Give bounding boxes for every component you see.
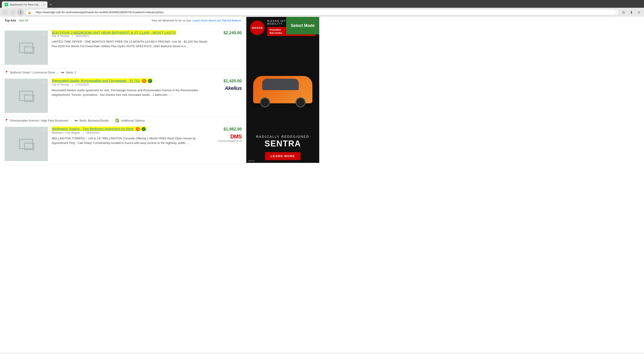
bed-icon: 🛏 bbox=[74, 118, 78, 122]
listing-footer: 📍 Bathurst Street / Lonsmount Drive | 🛏 … bbox=[4, 69, 242, 75]
x-tag: ✕ bbox=[142, 79, 146, 83]
listing-price: $2,245.00 bbox=[214, 30, 242, 37]
menu-button[interactable]: ≡ bbox=[636, 9, 642, 16]
listing-title[interactable]: BOUTIQUE 2-BEDROOM UNIT NEAR BATHURST & … bbox=[52, 30, 176, 35]
location-icon: 📍 bbox=[4, 70, 8, 74]
legal-text: LEGAL bbox=[248, 160, 255, 162]
main-content: Top Ads See All Your ad deserves to be o… bbox=[0, 17, 246, 353]
bed-icon: 🛏 bbox=[61, 70, 64, 74]
nissan-cta-button[interactable]: LEARN MORE bbox=[265, 152, 300, 160]
kijiji-favicon: K bbox=[4, 3, 8, 6]
listing-card: ♡ Wellington Towers - Two Bedroom Apartm… bbox=[4, 123, 242, 165]
car-wheel-left bbox=[260, 98, 270, 108]
listing-meta: City of Toronto | 18/02/2021 bbox=[52, 34, 211, 38]
see-all-link[interactable]: See All bbox=[19, 19, 28, 22]
select-mode-button[interactable]: Select Mode bbox=[286, 17, 319, 34]
image-placeholder bbox=[20, 139, 33, 149]
listing-description: LIMITED TIME OFFER - ONE MONTH'S RENT FR… bbox=[52, 40, 211, 48]
address-bar[interactable] bbox=[32, 9, 616, 16]
image-rect-outer bbox=[20, 139, 33, 149]
car-window bbox=[262, 79, 299, 90]
favorite-button[interactable]: ♡ bbox=[42, 129, 46, 134]
address-bar-wrapper: 🔒 bbox=[25, 9, 619, 16]
listing-body: Wellington Towers - Two Bedroom Apartmen… bbox=[52, 127, 211, 145]
listing-meta: City of Toronto | 17/02/2021 bbox=[52, 83, 211, 86]
verified-icon: ✅ bbox=[115, 118, 119, 122]
listing-meta: Markham / York Region | 08/02/2021 bbox=[52, 131, 211, 134]
company-logo: Akelius bbox=[214, 85, 242, 91]
back-button[interactable]: ← bbox=[2, 9, 8, 16]
top-bar-promo: Your ad deserves to be on top. Learn mor… bbox=[152, 19, 242, 22]
download-button[interactable]: ⬇ bbox=[628, 9, 634, 16]
listing-image: ♡ bbox=[4, 127, 48, 161]
info-button[interactable]: ℹ bbox=[17, 9, 24, 16]
listing-body: BOUTIQUE 2-BEDROOM UNIT NEAR BATHURST & … bbox=[52, 30, 211, 48]
tab-close-button[interactable]: ✕ bbox=[43, 3, 45, 6]
top-bar: Top Ads See All Your ad deserves to be o… bbox=[4, 17, 242, 24]
listing-description: Renovated Akelius studio apartment for r… bbox=[52, 88, 211, 97]
car-body bbox=[253, 76, 312, 103]
location-icon: 📍 bbox=[4, 118, 8, 122]
nissan-advertisement: NISSAN NISSAN INTELLIGENT MOBILITY Innov… bbox=[246, 17, 319, 163]
page-wrapper: Top Ads See All Your ad deserves to be o… bbox=[0, 17, 644, 353]
check-tag: ✓ bbox=[148, 79, 152, 83]
image-rect-inner bbox=[24, 95, 34, 102]
browser-toolbar: ← → ℹ 🔒 ↻ ⬇ ≡ bbox=[0, 8, 644, 17]
listing-price: $1,425.00 Akelius bbox=[214, 79, 242, 91]
additional-options[interactable]: Additional Options bbox=[121, 119, 145, 122]
favorite-button[interactable]: ♡ bbox=[42, 80, 46, 86]
listing-title[interactable]: Renovated Studio, Roncesvalles and Ferma… bbox=[52, 78, 152, 83]
listing-description: WELLINGTON TOWERS – 145 & 147 WELLINGTON… bbox=[52, 136, 211, 145]
price-value: $1,982.00 bbox=[214, 127, 242, 132]
listing-image: ♡ bbox=[4, 79, 48, 113]
top-ads-label: Top Ads bbox=[4, 19, 16, 22]
redesigned-text: RADICALLY REDESIGNED bbox=[250, 135, 316, 138]
image-rect-inner bbox=[24, 143, 34, 150]
listing-image: ♡ bbox=[4, 30, 48, 65]
learn-more-link[interactable]: Learn more about our Top Ad feature. bbox=[192, 19, 242, 22]
favorite-button[interactable]: ♡ bbox=[42, 32, 46, 38]
new-tab-button[interactable]: + bbox=[48, 2, 54, 8]
listing-title[interactable]: Wellington Towers - Two Bedroom Apartmen… bbox=[52, 126, 146, 131]
x-tag: ✕ bbox=[136, 127, 140, 131]
listing-body: Renovated Studio, Roncesvalles and Ferma… bbox=[52, 79, 211, 97]
browser-chrome: K Apartments For Rent | Kijiji in Ont...… bbox=[0, 0, 644, 8]
image-rect-inner bbox=[24, 46, 34, 54]
browser-tabs: K Apartments For Rent | Kijiji in Ont...… bbox=[2, 1, 642, 8]
browser-tab-active[interactable]: K Apartments For Rent | Kijiji in Ont...… bbox=[2, 1, 48, 8]
car-visual bbox=[246, 39, 319, 131]
listing-card: ♡ Renovated Studio, Roncesvalles and Fer… bbox=[4, 75, 242, 117]
sidebar-ad: Select Mode NISSAN NISSAN INTELLIGENT MO… bbox=[246, 17, 319, 353]
akelius-logo: Akelius bbox=[224, 85, 242, 91]
price-value: $1,425.00 bbox=[214, 79, 242, 84]
image-placeholder bbox=[20, 91, 33, 101]
listing-footer: 📍 Roncesvalles Avenue / High Park Boulev… bbox=[4, 117, 242, 123]
listing-price: $1,982.00 DMS Property Management Ltd bbox=[214, 127, 242, 142]
model-text: SENTRA bbox=[250, 139, 316, 148]
tab-title: Apartments For Rent | Kijiji in Ont... bbox=[10, 3, 41, 6]
image-rect-outer bbox=[20, 91, 33, 101]
nissan-headline: RADICALLY REDESIGNED SENTRA bbox=[246, 131, 319, 152]
forward-button[interactable]: → bbox=[10, 9, 16, 16]
dms-logo: DMS Property Management Ltd bbox=[214, 134, 242, 142]
price-value: $2,245.00 bbox=[214, 30, 242, 35]
image-placeholder bbox=[20, 43, 33, 53]
check-tag: ✓ bbox=[142, 127, 146, 131]
listing-card: ♡ BOUTIQUE 2-BEDROOM UNIT NEAR BATHURST … bbox=[4, 27, 242, 69]
image-rect-outer bbox=[20, 43, 33, 53]
reload-button[interactable]: ↻ bbox=[620, 9, 627, 16]
nissan-logo: NISSAN bbox=[250, 20, 264, 35]
lock-icon: 🔒 bbox=[28, 11, 31, 14]
top-bar-left: Top Ads See All bbox=[4, 19, 28, 22]
car-wheel-right bbox=[296, 98, 306, 108]
